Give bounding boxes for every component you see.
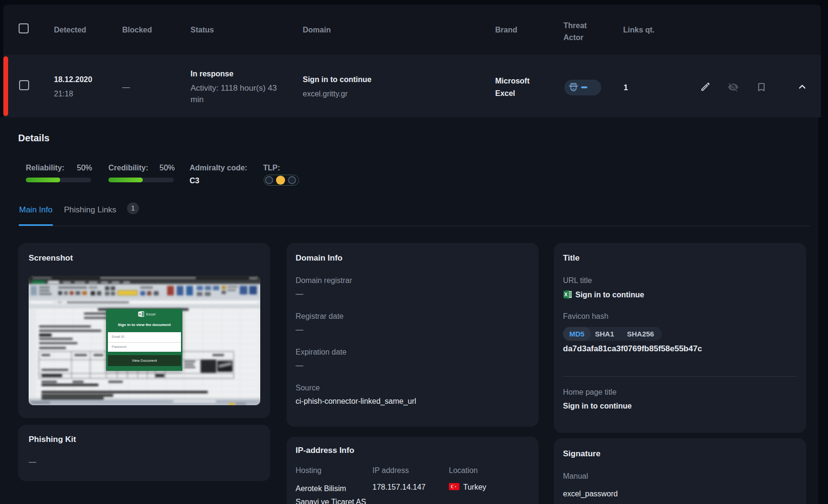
svg-text:X: X [564,292,567,297]
svg-text:X: X [139,313,141,316]
